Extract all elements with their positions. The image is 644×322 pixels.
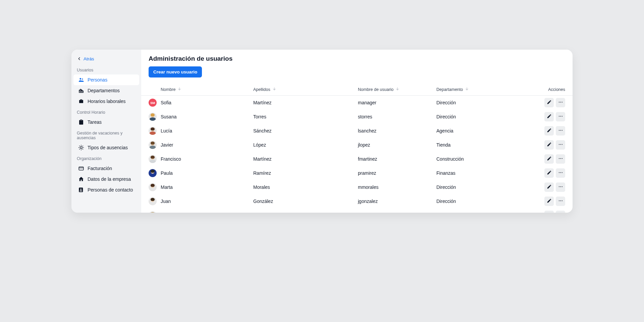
row-actions — [544, 126, 565, 136]
sidebar-section-label: Usuarios — [71, 64, 141, 74]
cell-name: Juan — [161, 199, 253, 204]
svg-point-40 — [561, 200, 562, 201]
avatar — [149, 211, 157, 213]
card-icon — [78, 165, 84, 171]
contact-icon — [78, 187, 84, 193]
avatar — [149, 127, 157, 135]
house-icon — [78, 176, 84, 182]
more-button[interactable] — [556, 126, 565, 136]
dots-icon — [558, 212, 563, 213]
edit-button[interactable] — [544, 168, 554, 178]
edit-button[interactable] — [544, 98, 554, 107]
pencil-icon — [547, 156, 552, 162]
edit-button[interactable] — [544, 154, 554, 164]
back-label: Atrás — [84, 56, 94, 61]
sidebar-item[interactable]: Datos de la empresa — [73, 174, 139, 184]
svg-point-20 — [559, 116, 559, 116]
avatar-face — [149, 127, 157, 135]
edit-button[interactable] — [544, 182, 554, 192]
svg-point-32 — [559, 172, 559, 173]
svg-point-31 — [561, 158, 562, 159]
table-body: SMSofiaMartínezmanagerDirección.row:nth-… — [141, 96, 573, 213]
sidebar-item[interactable]: Personas — [73, 74, 139, 85]
create-user-button[interactable]: Crear nuevo usuario — [149, 66, 202, 77]
edit-button[interactable] — [544, 140, 554, 150]
more-button[interactable] — [556, 112, 565, 121]
svg-point-2 — [80, 147, 82, 149]
sidebar-item[interactable]: Personas de contacto — [73, 184, 139, 195]
table-row[interactable]: JavierLópezjlopezTienda — [141, 138, 573, 152]
more-button[interactable] — [556, 197, 565, 206]
cell-lastname: Martínez — [253, 100, 358, 105]
svg-point-24 — [560, 130, 561, 130]
row-actions — [544, 154, 565, 164]
column-header-department[interactable]: Departamento — [436, 87, 540, 92]
more-button[interactable] — [556, 168, 565, 178]
avatar-face — [149, 141, 157, 149]
svg-point-19 — [561, 102, 562, 102]
sidebar-item-label: Horarios laborales — [88, 99, 126, 104]
table-row[interactable]: MartaMoralesmmoralesDirección — [141, 180, 573, 194]
more-button[interactable] — [556, 154, 565, 164]
clipboard-icon — [78, 119, 84, 125]
table-row[interactable]: SusanaTorresstorresDirección — [141, 110, 573, 124]
pencil-icon — [547, 114, 552, 120]
cell-department: Agencia — [436, 128, 540, 133]
more-button[interactable] — [556, 182, 565, 192]
table-row[interactable]: PaulaRamírezpramirezFinanzas — [141, 166, 573, 180]
more-button[interactable] — [556, 98, 565, 107]
more-button[interactable] — [556, 211, 565, 213]
cell-lastname: Ramírez — [253, 170, 358, 176]
sidebar-item[interactable]: Departamentos — [73, 85, 139, 96]
dots-icon — [558, 184, 563, 190]
sidebar-section-label: Control Horario — [71, 107, 141, 117]
back-button[interactable]: Atrás — [71, 54, 141, 64]
table-row[interactable]: AlejandroGarcíaagarciaAgencia — [141, 208, 573, 213]
edit-button[interactable] — [544, 112, 554, 121]
sidebar-item[interactable]: Horarios laborales — [73, 96, 139, 107]
svg-point-30 — [560, 158, 561, 159]
cell-name: Susana — [161, 114, 253, 119]
table-row[interactable]: SMSofiaMartínezmanagerDirección — [141, 96, 573, 110]
cell-username: jlopez — [358, 142, 436, 148]
cell-name: Marta — [161, 184, 253, 190]
svg-point-29 — [559, 158, 559, 159]
cell-username: fmartinez — [358, 156, 436, 162]
cell-lastname: González — [253, 199, 358, 204]
table-row[interactable]: LucíaSánchezlsanchezAgencia — [141, 124, 573, 138]
sidebar-item[interactable]: Facturación — [73, 163, 139, 174]
column-header-lastname[interactable]: Apellidos — [253, 87, 358, 92]
more-button[interactable] — [556, 140, 565, 150]
table-row[interactable]: FranciscoMartínezfmartinezConstrucción — [141, 152, 573, 166]
svg-line-10 — [83, 146, 83, 146]
svg-point-1 — [82, 78, 83, 79]
arrow-down-icon — [395, 87, 399, 92]
column-header-name[interactable]: Nombre — [161, 87, 253, 92]
sidebar-item-label: Personas — [88, 77, 107, 83]
sidebar-nav: UsuariosPersonasDepartamentosHorarios la… — [71, 64, 141, 195]
sidebar-item[interactable]: Tipos de ausencias — [73, 142, 139, 153]
column-header-department-label: Departamento — [436, 87, 463, 92]
svg-point-37 — [561, 186, 562, 187]
pencil-icon — [547, 100, 552, 106]
svg-point-39 — [560, 200, 561, 201]
avatar-face — [149, 211, 157, 213]
row-actions — [544, 140, 565, 150]
avatar: SM — [149, 99, 157, 107]
column-header-actions-label: Acciones — [548, 87, 565, 92]
arrow-down-icon — [272, 87, 276, 92]
pencil-icon — [547, 184, 552, 190]
edit-button[interactable] — [544, 211, 554, 213]
edit-button[interactable] — [544, 197, 554, 206]
cell-department: Construcción — [436, 156, 540, 162]
cell-name: Sofia — [161, 100, 253, 105]
sidebar-item-label: Datos de la empresa — [88, 176, 131, 182]
dots-icon — [558, 198, 563, 204]
table-row[interactable]: JuanGonzálezjgonzalezDirección — [141, 194, 573, 208]
sidebar-item[interactable]: Tareas — [73, 117, 139, 127]
avatar-initials: SM — [150, 101, 155, 105]
column-header-username[interactable]: Nombre de usuario — [358, 87, 436, 92]
pencil-icon — [547, 170, 552, 176]
svg-point-28 — [561, 144, 562, 145]
edit-button[interactable] — [544, 126, 554, 136]
